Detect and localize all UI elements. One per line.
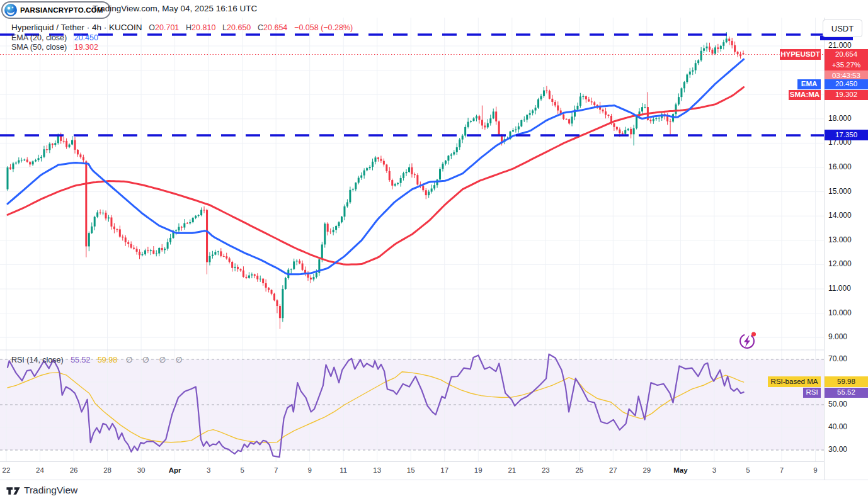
symbol-title[interactable]: Hyperliquid / Tether · 4h · KUCOIN <box>11 23 142 32</box>
sma-legend-value: 19.302 <box>74 43 98 52</box>
rsi-legend-empty-values: ∅ ∅ ∅ ∅ <box>126 356 186 364</box>
time-axis-tick: 5 <box>737 466 758 474</box>
sma-legend-label[interactable]: SMA (50, close) <box>11 43 67 52</box>
rsi-ma-axis-tag: RSI-based MA <box>768 376 821 387</box>
rsi-axis-tag: RSI <box>803 388 821 398</box>
symbol-price-tag: HYPEUSDT <box>780 49 821 60</box>
rsi-legend[interactable]: RSI (14, close) 55.52 59.98 ∅ ∅ ∅ ∅ <box>11 355 186 364</box>
price-axis-label: 10.000 <box>828 308 852 317</box>
tradingview-chart-page: { "header": { "badge_text": "PARSIANCRYP… <box>0 0 868 501</box>
time-axis-tick: 29 <box>636 466 658 474</box>
header-bar: PARSIANCRYPTO.COM TradingView.com, May 0… <box>0 0 868 18</box>
open-value: 20.701 <box>155 23 179 32</box>
open-label: O <box>149 23 155 32</box>
time-axis-tick: 22 <box>0 466 17 474</box>
price-axis-label: 14.000 <box>828 211 852 220</box>
price-axis-label: 12.000 <box>828 259 852 268</box>
time-axis-tick: 27 <box>602 466 624 474</box>
time-axis-tick: 23 <box>535 466 556 474</box>
time-axis-tick: 25 <box>569 466 590 474</box>
rsi-legend-value: 55.52 <box>71 356 90 364</box>
time-axis-tick: 7 <box>265 466 287 474</box>
brand-logo-icon <box>4 3 18 17</box>
key-level-axis-value: 17.350 <box>825 130 868 140</box>
price-axis-label: 13.000 <box>828 235 852 244</box>
close-value: 20.654 <box>263 23 287 32</box>
time-axis-tick: 7 <box>771 466 792 474</box>
rsi-ma-axis-value: 59.98 <box>825 376 868 387</box>
change-value: −0.058 (−0.28%) <box>294 23 353 32</box>
time-axis-tick: 24 <box>30 466 51 474</box>
time-axis-tick: 9 <box>804 466 826 474</box>
sma-axis-value: 19.302 <box>825 90 868 100</box>
time-axis-tick: 3 <box>704 466 725 474</box>
time-axis-tick: 28 <box>97 466 118 474</box>
price-axis-label: 9.000 <box>828 332 847 341</box>
time-axis-tick: 30 <box>130 466 152 474</box>
time-axis-tick: 21 <box>501 466 523 474</box>
sma-legend[interactable]: SMA (50, close) 19.302 <box>11 43 98 52</box>
time-axis-tick: 3 <box>198 466 219 474</box>
price-axis-label: 15.000 <box>828 187 852 196</box>
sma-axis-tag: SMA:MA <box>789 90 821 100</box>
footer-bar: TradingView <box>0 480 868 501</box>
high-value: 20.810 <box>191 23 215 32</box>
price-chart-canvas[interactable] <box>0 18 824 461</box>
symbol-legend[interactable]: Hyperliquid / Tether · 4h · KUCOIN O20.7… <box>11 23 353 32</box>
ema20-line <box>8 59 744 274</box>
ema-legend-value: 20.450 <box>74 33 98 42</box>
time-axis-tick: 19 <box>467 466 489 474</box>
time-axis-tick: 15 <box>400 466 421 474</box>
rsi-axis-label: 40.00 <box>828 422 847 431</box>
screenshot-title: TradingView.com, May 04, 2025 16:16 UTC <box>93 4 257 13</box>
ema-axis-tag: EMA <box>797 79 821 89</box>
time-axis-tick: 26 <box>63 466 84 474</box>
time-axis-tick: 17 <box>434 466 455 474</box>
tradingview-brand-text[interactable]: TradingView <box>24 485 77 496</box>
time-axis-tick: 9 <box>299 466 321 474</box>
symbol-change-percent: +35.27% <box>825 60 868 70</box>
price-axis-label: 16.000 <box>828 162 852 171</box>
ema-legend-label[interactable]: EMA (20, close) <box>11 33 67 42</box>
price-axis-label: 21.000 <box>828 41 852 50</box>
ema-legend[interactable]: EMA (20, close) 20.450 <box>11 33 98 42</box>
rsi-axis-label: 70.00 <box>828 354 847 363</box>
time-axis[interactable]: 2224262830Apr357911131517192123252729May… <box>0 461 824 480</box>
currency-toggle-button[interactable]: USDT <box>823 20 862 37</box>
rsi-ma-legend-value: 59.98 <box>98 356 117 364</box>
time-axis-tick: May <box>670 466 691 474</box>
time-axis-tick: 11 <box>333 466 354 474</box>
rsi-legend-label[interactable]: RSI (14, close) <box>11 356 64 364</box>
close-label: C <box>258 23 263 32</box>
price-axis-label: 18.000 <box>828 114 852 123</box>
brand-badge-text: PARSIANCRYPTO.COM <box>20 6 103 14</box>
rsi-axis-value: 55.52 <box>825 388 868 398</box>
flash-boost-icon[interactable] <box>738 332 757 351</box>
rsi-axis-label: 50.00 <box>828 400 847 408</box>
ema-axis-value: 20.450 <box>825 79 868 89</box>
price-axis-label: 11.000 <box>828 284 851 293</box>
time-axis-tick: 5 <box>232 466 253 474</box>
high-label: H <box>186 23 191 32</box>
symbol-price-value: 20.654 <box>825 49 868 60</box>
time-axis-tick: 13 <box>367 466 388 474</box>
low-value: 20.650 <box>227 23 251 32</box>
time-axis-tick: Apr <box>164 466 186 474</box>
rsi-axis-label: 30.00 <box>828 445 847 454</box>
tradingview-logo-icon[interactable] <box>6 485 21 497</box>
